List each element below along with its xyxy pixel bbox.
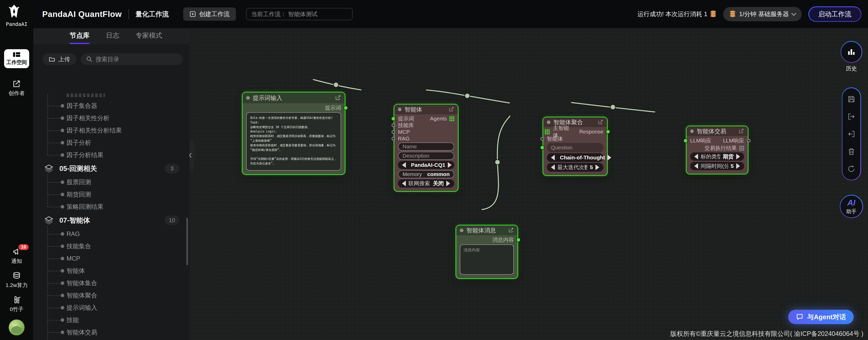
rail-item-workspace[interactable]: 工作空间 <box>4 49 29 68</box>
rail-item-compute[interactable]: 1.2w算力 <box>6 271 28 289</box>
tree-item[interactable]: 期货回测 <box>33 188 189 201</box>
input-port[interactable] <box>392 123 395 127</box>
interval-stepper[interactable]: 间隔时间(分钟) 5 <box>690 162 744 170</box>
refresh-button[interactable] <box>847 165 856 173</box>
input-port[interactable] <box>540 137 544 141</box>
stepper-prev-icon[interactable] <box>551 165 555 170</box>
tree-item[interactable]: 因子分析结果 <box>33 149 189 161</box>
start-workflow-button[interactable]: 启动工作流 <box>808 6 861 22</box>
node-header[interactable]: 智能体交易 <box>687 126 748 136</box>
wire-midpoint[interactable] <box>495 160 500 165</box>
search-input[interactable] <box>96 56 178 63</box>
node-header[interactable]: 提示词输入 <box>243 92 345 103</box>
search-box[interactable] <box>81 53 183 65</box>
edit-icon[interactable] <box>739 129 744 134</box>
save-button[interactable] <box>847 95 856 104</box>
edit-icon[interactable] <box>508 228 514 233</box>
question-field[interactable] <box>551 144 599 151</box>
node-agent[interactable]: 智能体 提示词 Agents 技能库 MCP RAG 底座大 <box>394 104 459 192</box>
stepper-next-icon[interactable] <box>736 163 740 169</box>
server-selector[interactable]: 1/分钟 基础服务器 <box>723 7 802 21</box>
nav-quant-workflow[interactable]: 量化工作流 <box>135 10 169 19</box>
delete-button[interactable] <box>847 147 856 156</box>
node-header[interactable]: 智能体 <box>394 105 458 114</box>
clipped-tree-item[interactable] <box>66 93 105 97</box>
stepper-next-icon[interactable] <box>736 154 740 159</box>
tree-item[interactable]: RAG <box>33 228 189 240</box>
stepper-prev-icon[interactable] <box>694 163 698 169</box>
stepper-prev-icon[interactable] <box>402 162 406 168</box>
tree-item[interactable]: 策略回测结果 <box>33 201 189 213</box>
output-port[interactable] <box>517 238 520 242</box>
wire[interactable] <box>571 103 655 112</box>
tree-item[interactable]: 因子相关性分析 <box>33 112 189 124</box>
tree-group-agents[interactable]: 07-智能体 10 <box>33 213 189 228</box>
tree-item[interactable]: 技能集合 <box>33 240 189 252</box>
upload-button[interactable]: 上传 <box>42 53 76 65</box>
input-port[interactable] <box>684 139 687 142</box>
question-port[interactable] <box>540 146 544 149</box>
output-port[interactable] <box>747 139 750 142</box>
tree-item[interactable]: 因子分析 <box>33 137 189 149</box>
rail-item-bamboo[interactable]: 0竹子 <box>10 295 24 313</box>
prompt-textarea[interactable]: Role:你是一名资深的量价分析专家，精通VSA(量价价差分析) Task: 诊… <box>246 112 341 171</box>
tree-item[interactable]: 智能体集合 <box>33 277 189 289</box>
main-agent-grid-port[interactable] <box>545 130 550 134</box>
node-agent-trade[interactable]: 智能体交易 LLM响应 LLM响应 交易执行结果 标的类型 期货 间隔时间(分钟… <box>686 125 748 174</box>
tree-item[interactable]: 因子集合器 <box>33 100 189 112</box>
tree-item[interactable]: 因子相关性分析结果 <box>33 124 189 137</box>
input-port[interactable] <box>392 130 395 134</box>
tree-item[interactable]: 技能 <box>33 314 189 326</box>
panel-scrollbar[interactable] <box>186 218 188 265</box>
user-avatar[interactable] <box>9 319 25 335</box>
target-type-stepper[interactable]: 标的类型 期货 <box>690 152 744 161</box>
wire[interactable] <box>482 116 510 209</box>
ai-assistant-button[interactable]: AI 助手 <box>840 195 863 218</box>
output-port[interactable] <box>344 106 347 110</box>
input-port[interactable] <box>392 117 395 120</box>
rail-item-creator[interactable]: 创作者 <box>9 79 25 97</box>
stepper-next-icon[interactable] <box>448 162 452 168</box>
edit-icon[interactable] <box>448 107 454 112</box>
rail-item-notifications[interactable]: 10 通知 <box>11 247 22 265</box>
stepper-prev-icon[interactable] <box>694 154 698 159</box>
node-header[interactable]: 智能体消息 <box>456 225 518 235</box>
current-workflow-field[interactable] <box>246 8 352 20</box>
node-agent-aggregate[interactable]: 智能体聚合 主智能体 Response 智能体 计 ... Chain-of-T <box>542 117 608 176</box>
stepper-prev-icon[interactable] <box>551 155 555 161</box>
chat-with-agent-button[interactable]: 与Agent对话 <box>788 310 854 324</box>
tab-expert-mode[interactable]: 专家模式 <box>135 31 162 44</box>
mode-stepper[interactable]: 计 ... Chain-of-Thought <box>547 153 603 162</box>
tree-item[interactable]: 提示词输入 <box>33 302 189 314</box>
current-workflow-input[interactable] <box>251 11 347 18</box>
export-button[interactable] <box>847 112 856 121</box>
wire[interactable] <box>313 79 361 90</box>
wire-midpoint[interactable] <box>610 105 615 110</box>
stepper-next-icon[interactable] <box>595 165 599 170</box>
wire-midpoint[interactable] <box>465 93 470 98</box>
create-workflow-button[interactable]: 创建工作流 <box>183 7 236 21</box>
tree-item[interactable]: 智能体消息 <box>33 338 189 340</box>
tab-logs[interactable]: 日志 <box>106 31 119 44</box>
model-stepper[interactable]: 底座大... PandaAI-CQ1 <box>398 161 454 169</box>
wire[interactable] <box>482 116 510 209</box>
edit-icon[interactable] <box>598 119 603 125</box>
input-port[interactable] <box>392 137 395 140</box>
wire-midpoint[interactable] <box>334 82 339 87</box>
tab-node-library[interactable]: 节点库 <box>70 31 90 44</box>
max-iterations-stepper[interactable]: 最大迭代次数 5 <box>547 163 603 172</box>
stepper-next-icon[interactable] <box>446 181 450 186</box>
wire[interactable] <box>571 103 655 112</box>
tree-item[interactable]: 股票回测 <box>33 176 189 188</box>
description-field[interactable] <box>403 153 450 159</box>
history-button[interactable] <box>841 41 862 63</box>
stepper-prev-icon[interactable] <box>402 181 406 186</box>
web-search-stepper[interactable]: 联网搜索 关闭 <box>398 179 454 188</box>
wire[interactable] <box>426 90 510 103</box>
agents-grid-port[interactable] <box>450 116 454 121</box>
message-textarea[interactable] <box>460 245 514 275</box>
stepper-next-icon[interactable] <box>608 155 611 161</box>
result-grid-port[interactable] <box>739 146 744 151</box>
node-prompt-input[interactable]: 提示词输入 提示词 Role:你是一名资深的量价分析专家，精通VSA(量价价差分… <box>242 92 345 175</box>
tree-item[interactable]: 智能体交易 <box>33 326 189 338</box>
